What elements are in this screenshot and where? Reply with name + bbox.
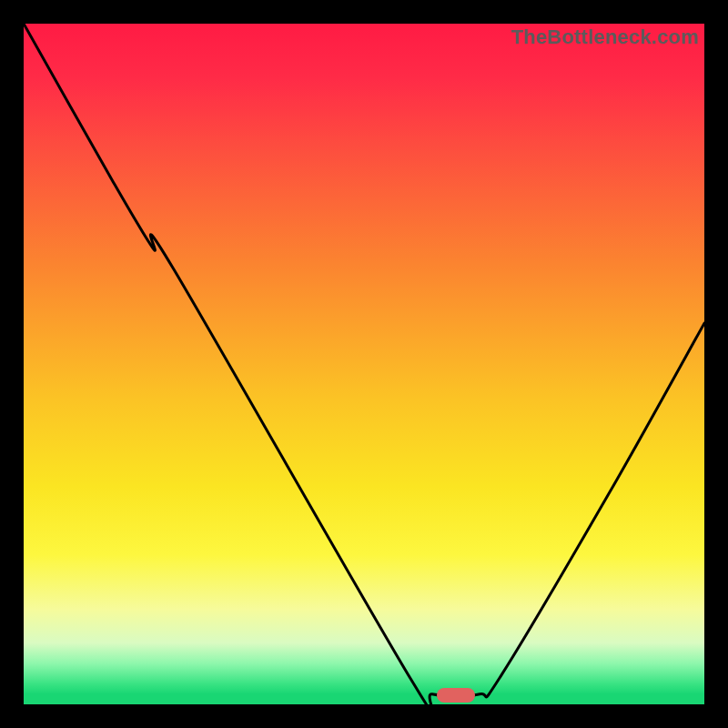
plot-area: TheBottleneck.com (24, 24, 704, 704)
bottleneck-curve (24, 24, 704, 704)
curve-layer (24, 24, 704, 704)
chart-frame: TheBottleneck.com (0, 0, 728, 728)
